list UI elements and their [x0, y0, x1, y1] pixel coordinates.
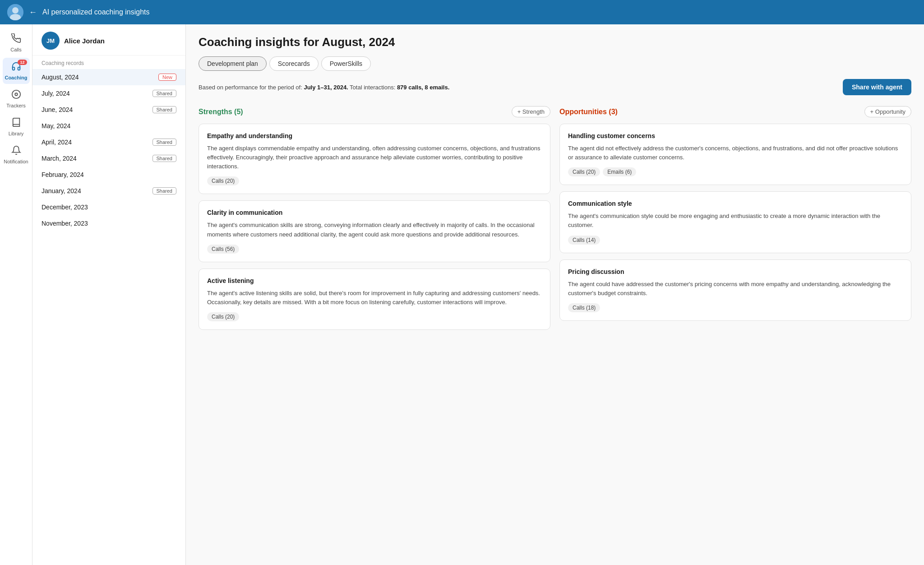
sidebar-badge-coaching: 12 — [18, 60, 27, 65]
opportunity-card-title: Pricing discussion — [568, 268, 903, 275]
sidebar-item-label-trackers: Trackers — [6, 103, 25, 108]
record-item[interactable]: November, 2023 — [32, 215, 185, 232]
sidebar-item-label-calls: Calls — [10, 47, 21, 52]
tag: Calls (14) — [568, 236, 600, 245]
performance-text: Based on performance for the period of: … — [199, 84, 449, 91]
sidebar: CallsCoaching12TrackersLibraryNotificati… — [0, 24, 32, 565]
strength-card-body: The agent's active listening skills are … — [207, 289, 542, 307]
record-date: July, 2024 — [42, 90, 70, 97]
sidebar-item-calls[interactable]: Calls — [3, 30, 30, 56]
svg-point-1 — [12, 7, 18, 14]
agent-name: Alice Jordan — [64, 37, 105, 45]
tab-development-plan[interactable]: Development plan — [199, 56, 267, 71]
content-area: JM Alice Jordan Coaching records August,… — [32, 24, 924, 565]
record-item[interactable]: April, 2024Shared — [32, 134, 185, 150]
opportunities-list: Handling customer concernsThe agent did … — [559, 124, 911, 321]
calls-icon — [11, 33, 21, 46]
tag: Calls (20) — [207, 312, 239, 321]
sidebar-item-library[interactable]: Library — [3, 114, 30, 140]
record-date: May, 2024 — [42, 122, 70, 130]
record-date: November, 2023 — [42, 220, 88, 227]
record-badge-new: New — [158, 74, 176, 81]
topbar-title: AI personalized coaching insights — [42, 8, 149, 16]
sidebar-item-coaching[interactable]: Coaching12 — [3, 58, 30, 84]
record-badge-shared: Shared — [152, 155, 176, 162]
record-item[interactable]: June, 2024Shared — [32, 102, 185, 118]
record-date: April, 2024 — [42, 139, 72, 146]
opportunities-column: Opportunities (3) + Opportunity Handling… — [559, 106, 911, 336]
trackers-icon — [11, 89, 21, 102]
record-item[interactable]: May, 2024 — [32, 118, 185, 134]
opportunities-header: Opportunities (3) + Opportunity — [559, 106, 911, 117]
opportunity-card-body: The agent's communication style could be… — [568, 212, 903, 230]
strengths-title: Strengths (5) — [199, 108, 243, 116]
agent-header: JM Alice Jordan — [32, 24, 185, 56]
add-strength-button[interactable]: + Strength — [512, 106, 550, 117]
share-with-agent-button[interactable]: Share with agent — [843, 79, 911, 95]
strength-card-tags: Calls (20) — [207, 176, 542, 185]
performance-bar: Based on performance for the period of: … — [199, 79, 911, 95]
record-date: March, 2024 — [42, 155, 77, 162]
tag: Emails (6) — [603, 167, 636, 176]
sidebar-item-notification[interactable]: Notification — [3, 142, 30, 168]
svg-point-4 — [15, 93, 18, 96]
strength-card-title: Clarity in communication — [207, 209, 542, 216]
record-item[interactable]: August, 2024New — [32, 69, 185, 85]
opportunity-card-body: The agent could have addressed the custo… — [568, 280, 903, 298]
strengths-list: Empathy and understandingThe agent displ… — [199, 124, 550, 330]
add-opportunity-button[interactable]: + Opportunity — [864, 106, 911, 117]
record-item[interactable]: December, 2023 — [32, 199, 185, 215]
record-badge-shared: Shared — [152, 106, 176, 113]
tabs: Development planScorecardsPowerSkills — [199, 56, 911, 71]
opportunity-card: Pricing discussionThe agent could have a… — [559, 259, 911, 321]
sidebar-item-label-coaching: Coaching — [5, 75, 27, 80]
record-item[interactable]: February, 2024 — [32, 167, 185, 183]
insights-columns: Strengths (5) + Strength Empathy and und… — [199, 106, 911, 336]
strength-card-title: Empathy and understanding — [207, 132, 542, 139]
svg-point-3 — [12, 90, 20, 98]
record-item[interactable]: July, 2024Shared — [32, 85, 185, 102]
opportunity-card-tags: Calls (14) — [568, 236, 903, 245]
record-date: February, 2024 — [42, 171, 84, 178]
record-date: June, 2024 — [42, 106, 73, 113]
page-title: Coaching insights for August, 2024 — [199, 35, 911, 49]
strengths-column: Strengths (5) + Strength Empathy and und… — [199, 106, 550, 336]
opportunity-card: Communication styleThe agent's communica… — [559, 191, 911, 253]
tag: Calls (18) — [568, 303, 600, 312]
record-item[interactable]: January, 2024Shared — [32, 183, 185, 199]
tag: Calls (20) — [207, 176, 239, 185]
main-layout: CallsCoaching12TrackersLibraryNotificati… — [0, 24, 924, 565]
record-date: January, 2024 — [42, 187, 81, 195]
opportunities-title: Opportunities (3) — [559, 108, 618, 116]
sidebar-item-label-library: Library — [9, 131, 24, 136]
tag: Calls (56) — [207, 245, 239, 254]
sidebar-item-trackers[interactable]: Trackers — [3, 86, 30, 112]
notification-icon — [11, 145, 21, 157]
strength-card-body: The agent displays commendable empathy a… — [207, 144, 542, 171]
tag: Calls (20) — [568, 167, 600, 176]
strength-card: Clarity in communicationThe agent's comm… — [199, 200, 550, 262]
tab-scorecards[interactable]: Scorecards — [269, 56, 319, 71]
opportunity-card-tags: Calls (20)Emails (6) — [568, 167, 903, 176]
tab-powerskills[interactable]: PowerSkills — [321, 56, 371, 71]
topbar: ← AI personalized coaching insights — [0, 0, 924, 24]
back-button[interactable]: ← — [29, 8, 37, 17]
record-badge-shared: Shared — [152, 139, 176, 146]
strength-card: Active listeningThe agent's active liste… — [199, 269, 550, 330]
opportunity-card-tags: Calls (18) — [568, 303, 903, 312]
coaching-records-label: Coaching records — [32, 56, 185, 69]
strength-card: Empathy and understandingThe agent displ… — [199, 124, 550, 194]
main-content: Coaching insights for August, 2024 Devel… — [186, 24, 924, 565]
strength-card-tags: Calls (20) — [207, 312, 542, 321]
strength-card-tags: Calls (56) — [207, 245, 542, 254]
record-badge-shared: Shared — [152, 90, 176, 97]
opportunity-card-title: Communication style — [568, 200, 903, 207]
record-item[interactable]: March, 2024Shared — [32, 150, 185, 167]
strength-card-body: The agent's communication skills are str… — [207, 221, 542, 239]
records-list: August, 2024NewJuly, 2024SharedJune, 202… — [32, 69, 185, 565]
opportunity-card-body: The agent did not effectively address th… — [568, 144, 903, 162]
record-date: December, 2023 — [42, 204, 88, 211]
strength-card-title: Active listening — [207, 277, 542, 284]
library-icon — [11, 117, 21, 130]
record-date: August, 2024 — [42, 74, 79, 81]
